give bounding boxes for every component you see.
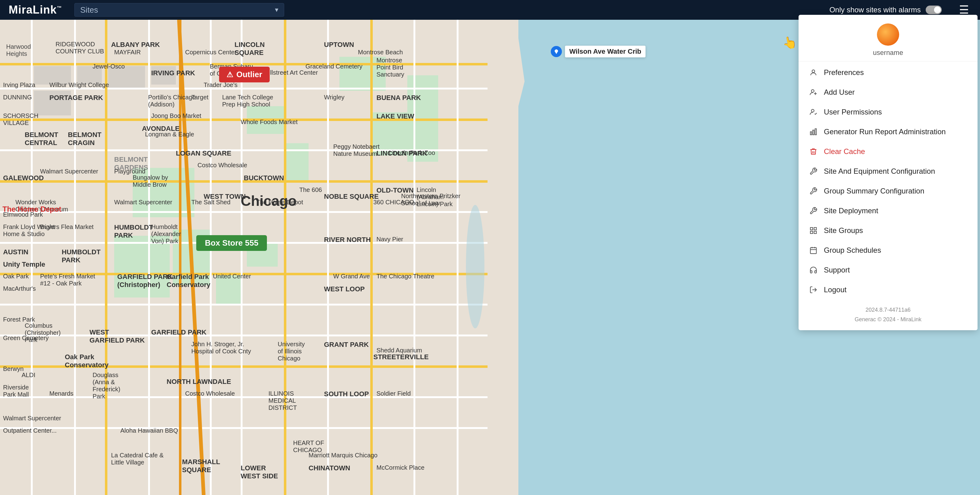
menu-item-group-schedules-label: Group Schedules [824, 246, 968, 255]
svg-rect-36 [414, 20, 415, 495]
svg-rect-7 [114, 236, 170, 298]
menu-version: 2024.8.7-44711a6 [799, 305, 978, 315]
svg-point-48 [811, 89, 814, 92]
svg-rect-26 [31, 20, 33, 495]
alarm-toggle-label: Only show sites with alarms [829, 6, 921, 14]
menu-item-site-groups-label: Site Groups [824, 226, 968, 235]
menu-item-site-equipment-config-label: Site And Equipment Configuration [824, 167, 968, 176]
svg-rect-12 [216, 273, 241, 304]
wrench-icon [808, 186, 818, 196]
bar-chart-icon [808, 127, 818, 137]
svg-rect-55 [810, 228, 813, 230]
svg-rect-59 [810, 247, 816, 254]
location-icon [553, 48, 559, 55]
menu-copyright: Generac © 2024 - MiraLink [799, 315, 978, 324]
menu-item-logout-label: Logout [824, 285, 968, 294]
svg-rect-56 [814, 228, 816, 230]
chevron-down-icon: ▾ [275, 6, 278, 14]
sites-dropdown-label: Sites [80, 5, 98, 15]
menu-items-container: PreferencesAdd UserUser PermissionsGener… [799, 63, 978, 300]
boxstore-badge[interactable]: Box Store 555 [196, 235, 267, 251]
outlier-badge-label: Outlier [236, 70, 262, 79]
menu-item-generator-run-report-label: Generator Run Report Administration [824, 127, 968, 136]
person-check-icon [808, 107, 818, 117]
svg-rect-6 [133, 168, 194, 217]
wrench-icon [808, 166, 818, 176]
svg-rect-54 [815, 129, 816, 135]
wilson-label-text: Wilson Ave Water Crib [565, 46, 646, 57]
menu-avatar-area: username [799, 15, 978, 61]
svg-rect-53 [813, 130, 814, 135]
person-icon [808, 68, 818, 78]
menu-item-support[interactable]: Support [799, 260, 978, 280]
svg-rect-52 [810, 132, 811, 135]
menu-item-site-deployment-label: Site Deployment [824, 207, 968, 215]
menu-item-support-label: Support [824, 266, 968, 274]
wilson-ave-marker[interactable]: Wilson Ave Water Crib [551, 46, 646, 57]
logo-sup: ™ [57, 5, 62, 11]
chicago-label: Chicago [241, 193, 296, 209]
svg-rect-32 [241, 20, 243, 495]
menu-footer: 2024.8.7-44711a6 Generac © 2024 - MiraLi… [799, 305, 978, 324]
logout-icon [808, 285, 818, 295]
svg-rect-57 [810, 231, 813, 234]
warning-icon: ⚠ [226, 70, 233, 79]
menu-item-user-permissions-label: User Permissions [824, 108, 968, 116]
person-add-icon [808, 88, 818, 97]
svg-rect-42 [108, 66, 145, 88]
svg-rect-58 [814, 231, 816, 234]
menu-item-site-equipment-config[interactable]: Site And Equipment Configuration [799, 161, 978, 181]
avatar [877, 24, 899, 46]
svg-rect-43 [151, 66, 176, 84]
menu-item-clear-cache-label: Clear Cache [824, 147, 968, 156]
menu-item-group-schedules[interactable]: Group Schedules [799, 240, 978, 260]
alarm-toggle-switch[interactable] [926, 6, 942, 14]
headset-icon [808, 265, 818, 275]
menu-item-group-summary-config[interactable]: Group Summary Configuration [799, 181, 978, 201]
menu-item-preferences[interactable]: Preferences [799, 63, 978, 83]
svg-rect-37 [457, 20, 458, 495]
svg-rect-28 [105, 20, 107, 495]
menu-item-preferences-label: Preferences [824, 68, 968, 77]
menu-item-add-user-label: Add User [824, 88, 968, 97]
svg-point-47 [812, 70, 815, 73]
svg-rect-35 [370, 20, 373, 495]
svg-rect-39 [34, 66, 71, 84]
menu-item-generator-run-report[interactable]: Generator Run Report Administration [799, 122, 978, 142]
menu-item-user-permissions[interactable]: User Permissions [799, 102, 978, 122]
wilson-pin [551, 46, 562, 57]
svg-rect-31 [210, 20, 212, 495]
calendar-icon [808, 245, 818, 255]
svg-rect-29 [148, 20, 150, 495]
username-label: username [873, 49, 903, 57]
svg-rect-41 [77, 66, 102, 84]
logo: MiraLink™ [9, 3, 62, 16]
wrench-icon [808, 206, 818, 216]
alarm-toggle-area: Only show sites with alarms [829, 6, 942, 14]
svg-rect-34 [327, 20, 329, 495]
menu-item-clear-cache[interactable]: Clear Cache [799, 142, 978, 161]
menu-item-site-groups[interactable]: Site Groups [799, 221, 978, 240]
dropdown-menu: username PreferencesAdd UserUser Permiss… [799, 15, 978, 330]
outlier-badge[interactable]: ⚠ Outlier [219, 67, 270, 83]
trash-icon [808, 146, 818, 156]
svg-rect-27 [74, 20, 76, 495]
menu-item-add-user[interactable]: Add User [799, 83, 978, 102]
menu-item-site-deployment[interactable]: Site Deployment [799, 201, 978, 221]
svg-rect-33 [284, 20, 286, 495]
svg-rect-5 [339, 57, 386, 91]
home-depot-label[interactable]: The Home Depot [2, 205, 61, 213]
menu-item-logout[interactable]: Logout [799, 280, 978, 300]
svg-point-51 [811, 109, 814, 112]
svg-rect-4 [284, 143, 309, 180]
sites-dropdown[interactable]: Sites ▾ [74, 3, 284, 17]
logo-text: MiraLink [9, 3, 57, 16]
menu-item-group-summary-config-label: Group Summary Configuration [824, 187, 968, 195]
grid-icon [808, 226, 818, 236]
svg-rect-40 [34, 91, 71, 115]
svg-point-45 [466, 205, 484, 328]
